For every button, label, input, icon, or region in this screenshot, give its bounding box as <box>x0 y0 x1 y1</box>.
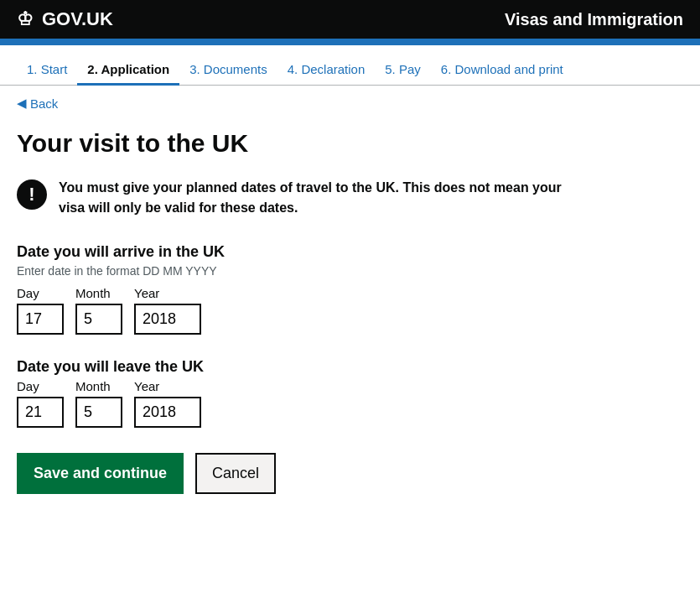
leave-day-label: Day <box>17 379 64 393</box>
warning-box: ! You must give your planned dates of tr… <box>17 178 570 218</box>
arrive-year-label: Year <box>134 286 201 300</box>
leave-month-input[interactable] <box>75 397 122 428</box>
blue-bar <box>0 39 700 45</box>
back-link-text: Back <box>30 96 58 111</box>
warning-text: You must give your planned dates of trav… <box>59 178 570 218</box>
tab-pay[interactable]: 5. Pay <box>375 55 431 86</box>
logo-text: GOV.UK <box>42 8 113 30</box>
leave-day-group: Day <box>17 379 64 428</box>
leave-month-group: Month <box>75 379 122 428</box>
warning-icon: ! <box>17 179 47 210</box>
site-title: Visas and Immigration <box>505 10 683 29</box>
arrive-day-input[interactable] <box>17 304 64 335</box>
arrive-year-group: Year <box>134 286 201 335</box>
tab-download[interactable]: 6. Download and print <box>431 55 573 86</box>
site-header: ♔ GOV.UK Visas and Immigration <box>0 0 700 39</box>
arrive-date-hint: Enter date in the format DD MM YYYY <box>17 264 570 278</box>
leave-month-label: Month <box>75 379 122 393</box>
gov-uk-logo: ♔ GOV.UK <box>17 8 113 30</box>
leave-date-section: Date you will leave the UK Day Month Yea… <box>17 358 570 428</box>
arrive-date-fields: Day Month Year <box>17 286 570 335</box>
leave-date-fields: Day Month Year <box>17 379 570 428</box>
leave-year-label: Year <box>134 379 201 393</box>
leave-year-group: Year <box>134 379 201 428</box>
crown-icon: ♔ <box>17 8 34 30</box>
back-arrow-icon: ◀ <box>17 96 27 111</box>
arrive-month-label: Month <box>75 286 122 300</box>
arrive-day-group: Day <box>17 286 64 335</box>
save-continue-button[interactable]: Save and continue <box>17 453 184 494</box>
arrive-date-section: Date you will arrive in the UK Enter dat… <box>17 243 570 335</box>
main-content: Your visit to the UK ! You must give you… <box>0 121 587 519</box>
tab-declaration[interactable]: 4. Declaration <box>277 55 376 86</box>
tab-application[interactable]: 2. Application <box>77 55 179 86</box>
button-group: Save and continue Cancel <box>17 453 570 494</box>
back-link[interactable]: ◀ Back <box>17 96 58 111</box>
leave-date-label: Date you will leave the UK <box>17 358 570 376</box>
tab-documents[interactable]: 3. Documents <box>179 55 277 86</box>
arrive-month-group: Month <box>75 286 122 335</box>
tab-start[interactable]: 1. Start <box>17 55 77 86</box>
page-title: Your visit to the UK <box>17 129 570 158</box>
arrive-year-input[interactable] <box>134 304 201 335</box>
leave-day-input[interactable] <box>17 397 64 428</box>
back-link-container: ◀ Back <box>0 86 700 121</box>
cancel-button[interactable]: Cancel <box>195 453 276 494</box>
arrive-month-input[interactable] <box>75 304 122 335</box>
arrive-day-label: Day <box>17 286 64 300</box>
progress-nav: 1. Start 2. Application 3. Documents 4. … <box>0 45 700 86</box>
leave-year-input[interactable] <box>134 397 201 428</box>
arrive-date-label: Date you will arrive in the UK <box>17 243 570 261</box>
